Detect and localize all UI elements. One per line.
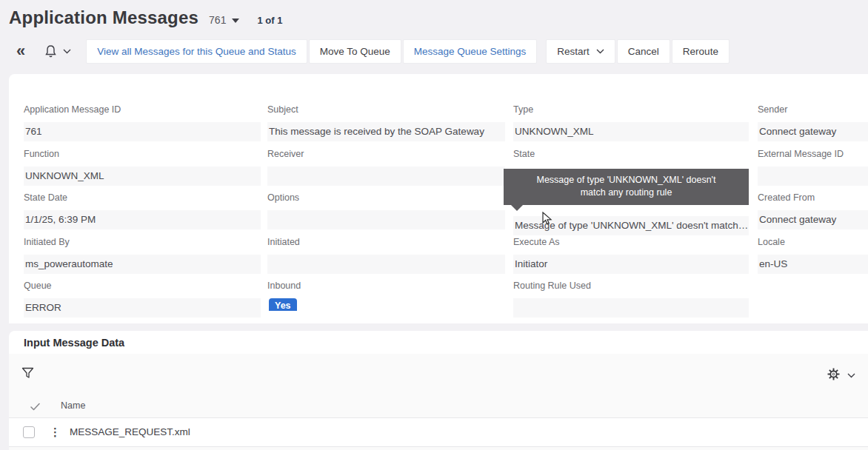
table-row[interactable]: ⋮ MESSAGE_REQUEST.xml (9, 418, 868, 447)
field-value: 1/1/25, 6:39 PM (24, 210, 261, 229)
toolbar: « View all Messages for this Queue and S… (0, 37, 868, 65)
table-settings-chevron-down-icon[interactable] (847, 373, 855, 378)
field-type: Type UNKNOWN_XML (513, 104, 749, 141)
field-value (267, 167, 505, 186)
field-value: en-US (758, 255, 868, 274)
field-function: Function UNKNOWN_XML (24, 149, 261, 186)
field-label: Application Message ID (24, 104, 261, 115)
field-label: Initiated (267, 237, 505, 248)
record-selector-caret-icon[interactable] (232, 19, 239, 23)
state-tooltip: Message of type 'UNKNOWN_XML' doesn't ma… (504, 169, 749, 205)
field-application-message-id: Application Message ID 761 (24, 104, 261, 141)
page-title: Application Messages (9, 7, 198, 28)
field-value: ERROR (24, 298, 261, 318)
table-header-row: Name (9, 394, 868, 418)
field-value: UNKNOWN_XML (513, 122, 749, 141)
restart-chevron-down-icon (596, 49, 604, 54)
field-options: Options (267, 192, 505, 229)
field-locale: Locale en-US (758, 237, 868, 274)
field-routing-rule-used: Routing Rule Used (513, 281, 749, 318)
field-value (267, 255, 505, 274)
move-to-queue-button[interactable]: Move To Queue (309, 39, 401, 64)
cancel-button[interactable]: Cancel (617, 39, 670, 64)
field-inbound: Inbound Yes (267, 281, 505, 311)
reroute-button[interactable]: Reroute (672, 39, 730, 64)
notification-bell-icon[interactable] (44, 44, 57, 58)
table-toolbar (9, 354, 868, 394)
record-id: 761 (209, 14, 226, 26)
field-value: Yes (267, 292, 505, 311)
field-label: Receiver (267, 149, 505, 160)
field-execute-as: Execute As Initiator (513, 237, 749, 274)
input-message-data-card: Input Message Data (9, 331, 868, 450)
bell-chevron-down-icon[interactable] (63, 49, 71, 54)
mouse-cursor (541, 212, 552, 229)
section-title: Input Message Data (24, 337, 124, 349)
field-value: Initiator (513, 255, 749, 274)
column-header-name[interactable]: Name (61, 400, 85, 411)
message-queue-settings-button[interactable]: Message Queue Settings (403, 39, 538, 64)
restart-button[interactable]: Restart (546, 39, 615, 64)
toolbar-group-gap (538, 39, 546, 64)
field-label: Options (267, 192, 505, 204)
field-label: Function (24, 149, 261, 160)
field-label: Execute As (513, 237, 749, 248)
row-kebab-menu-icon[interactable]: ⋮ (50, 424, 60, 440)
row-checkbox[interactable] (23, 426, 35, 438)
field-value (267, 210, 505, 229)
field-created-from: Created From Connect gateway (758, 192, 868, 229)
record-pager: 1 of 1 (257, 15, 282, 26)
field-label: Inbound (267, 281, 505, 292)
restart-button-label: Restart (557, 46, 590, 57)
field-sender: Sender Connect gateway (758, 104, 868, 141)
field-label: Routing Rule Used (513, 281, 749, 292)
field-label: Created From (758, 192, 868, 204)
field-subject: Subject This message is received by the … (267, 104, 505, 141)
row-file-name[interactable]: MESSAGE_REQUEST.xml (70, 426, 190, 437)
field-value (758, 167, 868, 186)
field-queue: Queue ERROR (24, 281, 261, 318)
field-label: Initiated By (24, 237, 261, 248)
filter-icon[interactable] (21, 367, 34, 382)
field-initiated-by: Initiated By ms_powerautomate (24, 237, 261, 274)
field-label: Subject (267, 104, 505, 115)
field-label: Locale (758, 237, 868, 248)
field-value: 761 (24, 122, 261, 141)
field-value: Connect gateway (758, 122, 868, 141)
input-message-data-body: Name ⋮ MESSAGE_REQUEST.xml (9, 354, 868, 450)
field-value: UNKNOWN_XML (24, 167, 261, 186)
field-receiver: Receiver (267, 149, 505, 186)
field-initiated: Initiated (267, 237, 505, 274)
field-value: ms_powerautomate (24, 255, 261, 274)
message-detail-card: Application Message ID 761 Subject This … (9, 74, 868, 323)
collapse-back-icon[interactable]: « (16, 43, 25, 59)
field-label: State Date (24, 192, 261, 204)
field-value: Connect gateway (758, 210, 868, 229)
inbound-yes-badge: Yes (269, 298, 297, 311)
field-label: Sender (758, 104, 868, 115)
field-label: Queue (24, 281, 261, 292)
field-state-date: State Date 1/1/25, 6:39 PM (24, 192, 261, 229)
view-all-messages-button[interactable]: View all Messages for this Queue and Sta… (86, 39, 307, 64)
table-settings-gear-icon[interactable] (827, 368, 840, 383)
select-all-check-icon[interactable] (30, 400, 40, 414)
field-label: Type (513, 104, 749, 115)
field-external-message-id: External Message ID (758, 149, 868, 186)
state-tooltip-arrow (511, 205, 523, 211)
field-label: State (513, 149, 749, 160)
field-value (513, 298, 749, 318)
page-header: Application Messages 761 1 of 1 (9, 7, 282, 28)
field-value: This message is received by the SOAP Gat… (267, 122, 505, 141)
field-label: External Message ID (758, 149, 868, 160)
